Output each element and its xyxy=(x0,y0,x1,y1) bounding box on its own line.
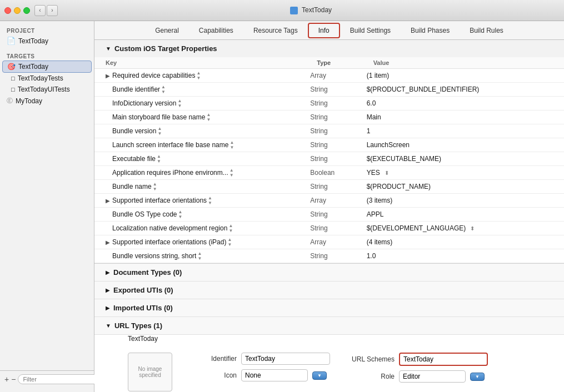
sidebar-label-mytoday: MyToday xyxy=(16,97,42,105)
triangle-icon: ▼ xyxy=(106,46,111,52)
icon-input[interactable] xyxy=(241,369,308,381)
sidebar-bottom: + − xyxy=(0,370,94,388)
key-cell: Bundle identifier▲▼ xyxy=(94,83,306,97)
maximize-button[interactable] xyxy=(23,7,30,14)
role-input[interactable] xyxy=(399,370,466,383)
key-text: Required device capabilities xyxy=(112,72,195,79)
value-cell: YES⬍ xyxy=(362,166,564,180)
type-cell: String xyxy=(306,180,362,194)
value-cell: (4 items) xyxy=(362,235,564,249)
col-type: Type xyxy=(306,57,362,69)
sidebar-item-texttoday-ui-tests[interactable]: □ TextTodayUITests xyxy=(0,84,94,95)
dropdown-icon[interactable]: ⬍ xyxy=(385,170,389,176)
remove-button[interactable]: − xyxy=(11,375,16,384)
stepper-icon[interactable]: ▲▼ xyxy=(157,154,161,164)
sidebar-item-texttoday[interactable]: 🎯 TextToday xyxy=(2,61,92,73)
url-schemes-input[interactable] xyxy=(399,353,488,366)
no-image-label: No image specified xyxy=(128,366,172,378)
tab-build-rules[interactable]: Build Rules xyxy=(460,23,513,38)
tab-bar: General Capabilities Resource Tags Info … xyxy=(94,21,564,40)
table-row: Bundle name▲▼String$(PRODUCT_NAME) xyxy=(94,180,564,194)
table-row: Localization native development region▲▼… xyxy=(94,222,564,235)
custom-ios-title: Custom iOS Target Properties xyxy=(114,44,217,53)
add-button[interactable]: + xyxy=(4,375,9,384)
target-icon-tests: □ xyxy=(11,75,15,82)
tab-resource-tags[interactable]: Resource Tags xyxy=(243,23,308,38)
forward-button[interactable]: › xyxy=(47,5,58,16)
table-row: Launch screen interface file base name▲▼… xyxy=(94,138,564,152)
type-cell: String xyxy=(306,152,362,166)
tab-info[interactable]: Info xyxy=(308,23,340,38)
key-cell: Bundle versions string, short▲▼ xyxy=(94,249,306,263)
icon-select-button[interactable]: ▼ xyxy=(312,371,327,380)
key-text: Bundle versions string, short xyxy=(112,252,196,260)
tab-capabilities[interactable]: Capabilities xyxy=(189,23,243,38)
dropdown-icon[interactable]: ⬍ xyxy=(470,225,475,232)
stepper-icon[interactable]: ▲▼ xyxy=(228,223,233,233)
url-types-header[interactable]: ▼ URL Types (1) xyxy=(94,317,564,335)
key-cell: ▶Required device capabilities▲▼ xyxy=(94,69,306,83)
table-row: Application requires iPhone environm...▲… xyxy=(94,166,564,180)
custom-ios-section: ▼ Custom iOS Target Properties Key Type … xyxy=(94,40,564,264)
table-row: Executable file▲▼String$(EXECUTABLE_NAME… xyxy=(94,152,564,166)
key-cell: ▶Supported interface orientations▲▼ xyxy=(94,194,306,208)
tab-general[interactable]: General xyxy=(145,23,189,38)
stepper-icon[interactable]: ▲▼ xyxy=(208,195,212,205)
stepper-icon[interactable]: ▲▼ xyxy=(157,126,162,136)
scroll-content[interactable]: ▼ Custom iOS Target Properties Key Type … xyxy=(94,40,564,392)
back-button[interactable]: ‹ xyxy=(34,5,46,16)
window-title: TextToday xyxy=(62,6,560,14)
key-cell: Launch screen interface file base name▲▼ xyxy=(94,138,306,152)
props-table: Key Type Value ▶Required device capabili… xyxy=(94,57,564,263)
filter-input[interactable] xyxy=(18,374,104,384)
imported-utis-label: Imported UTIs (0) xyxy=(113,304,173,312)
identifier-input[interactable] xyxy=(241,353,330,365)
sidebar-item-texttoday-tests[interactable]: □ TextTodayTests xyxy=(0,73,94,84)
stepper-icon[interactable]: ▲▼ xyxy=(178,209,183,219)
type-cell: String xyxy=(306,110,362,124)
expand-icon[interactable]: ▶ xyxy=(106,198,110,204)
target-icon-ui-tests: □ xyxy=(11,86,15,93)
table-row: ▶Supported interface orientations (iPad)… xyxy=(94,235,564,249)
stepper-icon[interactable]: ▲▼ xyxy=(229,168,234,178)
exported-utis-section[interactable]: ▶ Exported UTIs (0) xyxy=(94,282,564,299)
triangle-exp-icon: ▶ xyxy=(106,287,110,293)
type-cell: String xyxy=(306,97,362,110)
minimize-button[interactable] xyxy=(14,7,21,14)
sidebar-item-mytoday[interactable]: Ⓔ MyToday xyxy=(0,95,94,107)
custom-ios-header[interactable]: ▼ Custom iOS Target Properties xyxy=(94,40,564,57)
title-bar: ‹ › TextToday xyxy=(0,0,564,21)
table-row: Main storyboard file base name▲▼StringMa… xyxy=(94,110,564,124)
stepper-icon[interactable]: ▲▼ xyxy=(196,71,201,81)
stepper-icon[interactable]: ▲▼ xyxy=(227,237,232,247)
type-cell: Array xyxy=(306,194,362,208)
sidebar-item-project[interactable]: 📄 TextToday xyxy=(0,35,94,47)
key-text: Bundle OS Type code xyxy=(112,210,177,218)
close-button[interactable] xyxy=(4,7,11,14)
content-area: General Capabilities Resource Tags Info … xyxy=(94,21,564,392)
role-select-button[interactable]: ▼ xyxy=(470,373,485,381)
type-cell: String xyxy=(306,83,362,97)
stepper-icon[interactable]: ▲▼ xyxy=(153,182,157,192)
stepper-icon[interactable]: ▲▼ xyxy=(206,112,211,122)
type-cell: Array xyxy=(306,235,362,249)
tab-build-phases[interactable]: Build Phases xyxy=(401,23,460,38)
stepper-icon[interactable]: ▲▼ xyxy=(197,251,202,261)
stepper-icon[interactable]: ▲▼ xyxy=(161,84,166,94)
key-text: Executable file xyxy=(112,155,156,163)
value-cell: APPL xyxy=(362,208,564,222)
imported-utis-section[interactable]: ▶ Imported UTIs (0) xyxy=(94,299,564,317)
stepper-icon[interactable]: ▲▼ xyxy=(177,98,182,108)
value-cell: LaunchScreen xyxy=(362,138,564,152)
exported-utis-label: Exported UTIs (0) xyxy=(113,286,173,294)
tab-build-settings[interactable]: Build Settings xyxy=(340,23,401,38)
target-icon-mytoday: Ⓔ xyxy=(7,97,13,105)
expand-icon[interactable]: ▶ xyxy=(106,73,110,79)
stepper-icon[interactable]: ▲▼ xyxy=(229,140,234,150)
sidebar: PROJECT 📄 TextToday TARGETS 🎯 TextToday … xyxy=(0,21,94,392)
value-cell: Main xyxy=(362,110,564,124)
project-item-label: TextToday xyxy=(18,37,48,45)
key-cell: Application requires iPhone environm...▲… xyxy=(94,166,306,180)
document-types-section[interactable]: ▶ Document Types (0) xyxy=(94,264,564,282)
expand-icon[interactable]: ▶ xyxy=(106,239,110,245)
